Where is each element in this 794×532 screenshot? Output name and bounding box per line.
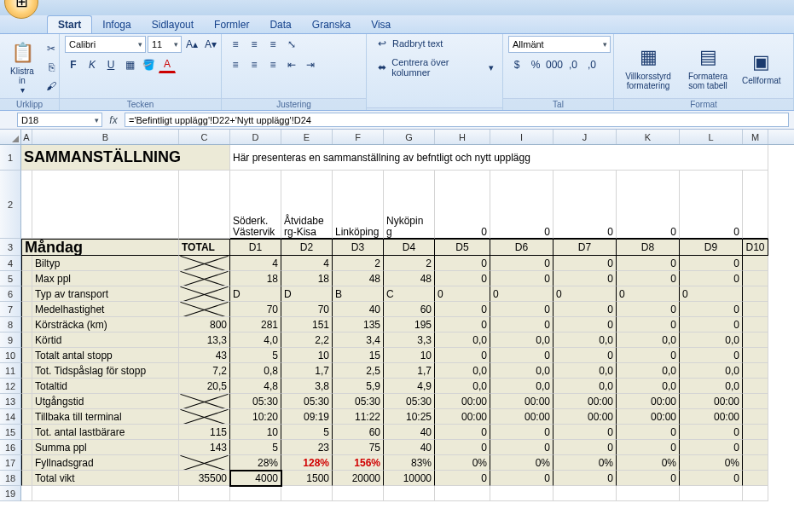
- cell[interactable]: 0: [435, 425, 490, 440]
- cell[interactable]: [21, 317, 32, 332]
- cell[interactable]: [680, 486, 743, 501]
- cell[interactable]: 83%: [384, 455, 435, 471]
- cell[interactable]: D5: [435, 239, 490, 256]
- col-header-H[interactable]: H: [435, 130, 490, 144]
- col-header-G[interactable]: G: [384, 130, 435, 144]
- row-header-15[interactable]: 15: [0, 425, 21, 440]
- cell[interactable]: 4,9: [384, 379, 435, 394]
- cell[interactable]: [281, 486, 333, 501]
- cell[interactable]: 0: [490, 317, 553, 332]
- cell[interactable]: 10000: [384, 471, 435, 486]
- cell[interactable]: D1: [230, 239, 281, 256]
- cell[interactable]: [743, 302, 768, 317]
- row-header-7[interactable]: 7: [0, 302, 21, 317]
- cell[interactable]: 00:00: [490, 394, 553, 409]
- row-header-4[interactable]: 4: [0, 256, 21, 271]
- cell[interactable]: 0: [617, 256, 680, 271]
- cell[interactable]: 00:00: [553, 409, 617, 425]
- tab-granska[interactable]: Granska: [302, 16, 361, 33]
- cell[interactable]: 0: [680, 317, 743, 332]
- cell[interactable]: [21, 440, 32, 455]
- cell[interactable]: 00:00: [680, 409, 743, 425]
- cell[interactable]: 115: [179, 425, 230, 440]
- cell[interactable]: 2,2: [281, 332, 333, 348]
- underline-button[interactable]: U: [102, 56, 119, 73]
- col-header-M[interactable]: M: [743, 130, 768, 144]
- wrap-text-button[interactable]: ↩Radbryt text: [372, 36, 446, 51]
- cell[interactable]: 0: [435, 286, 490, 302]
- cell[interactable]: 0: [435, 302, 490, 317]
- cell[interactable]: Summa ppl: [32, 440, 179, 455]
- cell[interactable]: 0: [680, 271, 743, 286]
- cell[interactable]: 0: [680, 286, 743, 302]
- cell[interactable]: 15: [333, 348, 384, 363]
- cell[interactable]: 0: [617, 440, 680, 455]
- cell[interactable]: 0: [553, 471, 617, 486]
- cell[interactable]: [21, 455, 32, 471]
- cell[interactable]: 05:30: [281, 394, 333, 409]
- cell[interactable]: 09:19: [281, 409, 333, 425]
- cell[interactable]: 0: [490, 256, 553, 271]
- cell[interactable]: 0: [617, 171, 680, 239]
- cell[interactable]: 0,0: [490, 363, 553, 379]
- cell[interactable]: [553, 486, 617, 501]
- cell[interactable]: 10: [384, 348, 435, 363]
- row-header-17[interactable]: 17: [0, 455, 21, 471]
- cell[interactable]: [21, 379, 32, 394]
- cell[interactable]: D4: [384, 239, 435, 256]
- cell[interactable]: 0: [435, 440, 490, 455]
- row-header-19[interactable]: 19: [0, 486, 21, 501]
- indent-inc-icon[interactable]: ⇥: [302, 56, 319, 73]
- inc-decimal-icon[interactable]: ,0: [565, 56, 582, 73]
- cell[interactable]: 128%: [281, 455, 333, 471]
- row-header-18[interactable]: 18: [0, 471, 21, 486]
- cell[interactable]: 05:30: [384, 394, 435, 409]
- cell[interactable]: 0: [617, 348, 680, 363]
- cell[interactable]: 10: [230, 425, 281, 440]
- cell[interactable]: Biltyp: [32, 256, 179, 271]
- cell[interactable]: 0%: [490, 455, 553, 471]
- cell[interactable]: 0: [490, 171, 553, 239]
- cell[interactable]: 0,0: [553, 332, 617, 348]
- cell[interactable]: [743, 425, 768, 440]
- cell[interactable]: 0,0: [490, 379, 553, 394]
- cell[interactable]: 48: [384, 271, 435, 286]
- cell[interactable]: 5: [230, 348, 281, 363]
- cell[interactable]: 0,0: [553, 363, 617, 379]
- dec-decimal-icon[interactable]: ,0: [583, 56, 600, 73]
- qat-redo-icon[interactable]: ↷: [80, 0, 96, 2]
- cell[interactable]: 3,4: [333, 332, 384, 348]
- cell[interactable]: 1,7: [281, 363, 333, 379]
- col-header-I[interactable]: I: [490, 130, 553, 144]
- row-header-13[interactable]: 13: [0, 394, 21, 409]
- cell[interactable]: [333, 486, 384, 501]
- cell[interactable]: 0: [680, 256, 743, 271]
- cell[interactable]: 0: [490, 471, 553, 486]
- cell[interactable]: [179, 271, 230, 286]
- cell[interactable]: 00:00: [490, 409, 553, 425]
- cell[interactable]: Medelhastighet: [32, 302, 179, 317]
- cell[interactable]: 10:20: [230, 409, 281, 425]
- cell[interactable]: Total vikt: [32, 471, 179, 486]
- cell[interactable]: D8: [617, 239, 680, 256]
- cell[interactable]: 60: [384, 302, 435, 317]
- fx-icon[interactable]: fx: [106, 113, 121, 128]
- cell[interactable]: 0,0: [617, 379, 680, 394]
- cell[interactable]: 0: [680, 440, 743, 455]
- row-header-14[interactable]: 14: [0, 409, 21, 425]
- col-header-F[interactable]: F: [333, 130, 384, 144]
- cell[interactable]: Tot. antal lastbärare: [32, 425, 179, 440]
- row-header-11[interactable]: 11: [0, 363, 21, 379]
- cell[interactable]: 0: [553, 302, 617, 317]
- cell[interactable]: 20,5: [179, 379, 230, 394]
- format-as-table-button[interactable]: ▤Formatera som tabell: [681, 43, 735, 92]
- cell[interactable]: [21, 271, 32, 286]
- cell-styles-button[interactable]: ▣Cellformat: [739, 47, 785, 87]
- cell[interactable]: 2,5: [333, 363, 384, 379]
- conditional-format-button[interactable]: ▦Villkorsstyrd formatering: [619, 43, 677, 92]
- cell[interactable]: [21, 486, 32, 501]
- cell[interactable]: 1,7: [384, 363, 435, 379]
- cell[interactable]: 0: [617, 425, 680, 440]
- cell[interactable]: [179, 302, 230, 317]
- cell[interactable]: Tot. Tidspåslag för stopp: [32, 363, 179, 379]
